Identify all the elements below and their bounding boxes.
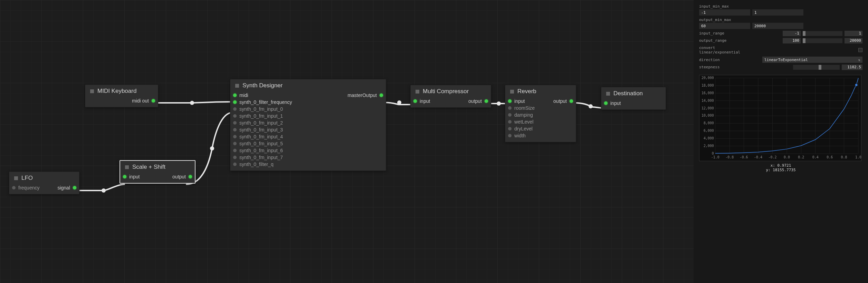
label-convert: convert linear/exponential bbox=[699, 45, 740, 55]
port-dot-icon bbox=[233, 107, 237, 111]
node-graph-canvas[interactable]: MIDI Keyboard midi out LFO frequency bbox=[0, 0, 694, 283]
port-lfo-signal[interactable]: signal bbox=[57, 185, 76, 191]
node-handle-icon bbox=[125, 165, 129, 169]
port-reverb-dryLevel[interactable]: dryLevel bbox=[509, 126, 533, 131]
output-range-lo-field[interactable] bbox=[783, 38, 801, 43]
node-reverb[interactable]: Reverb input output roomSize damping wet… bbox=[505, 85, 576, 142]
input-range-hi-field[interactable] bbox=[845, 31, 862, 36]
port-synth-synth_0_filter_frequency[interactable]: synth_0_filter_frequency bbox=[234, 99, 292, 105]
steepness-slider[interactable] bbox=[793, 65, 840, 70]
svg-text:-0.2: -0.2 bbox=[769, 155, 777, 159]
port-dot-icon bbox=[508, 106, 512, 110]
port-dot-icon bbox=[233, 149, 237, 152]
steepness-field[interactable] bbox=[842, 65, 862, 70]
node-multi-compressor[interactable]: Multi Compressor input output bbox=[410, 85, 491, 108]
port-synth-synth_0_fm_input_6[interactable]: synth_0_fm_input_6 bbox=[234, 148, 283, 153]
node-handle-icon bbox=[90, 89, 94, 93]
svg-text:20,000: 20,000 bbox=[702, 76, 714, 80]
node-destination[interactable]: Destination input bbox=[601, 87, 666, 110]
port-synth-master-output[interactable]: masterOutput bbox=[347, 92, 382, 98]
label-steepness: steepness bbox=[699, 64, 720, 70]
port-dot-icon bbox=[233, 156, 237, 159]
port-synth-synth_0_fm_input_1[interactable]: synth_0_fm_input_1 bbox=[234, 113, 283, 119]
convert-checkbox[interactable] bbox=[858, 48, 862, 52]
port-scale-output[interactable]: output bbox=[172, 174, 191, 179]
node-lfo[interactable]: LFO frequency signal bbox=[9, 172, 79, 194]
node-title: LFO bbox=[21, 175, 33, 182]
direction-select[interactable]: linearToExponential ⇅ bbox=[762, 57, 862, 63]
svg-point-50 bbox=[855, 84, 858, 86]
node-title: MIDI Keyboard bbox=[97, 88, 136, 95]
port-dot-icon bbox=[233, 128, 237, 131]
svg-text:4,000: 4,000 bbox=[704, 136, 714, 140]
port-dot-icon bbox=[12, 186, 16, 189]
port-synth-synth_0_fm_input_0[interactable]: synth_0_fm_input_0 bbox=[234, 106, 283, 112]
node-midi-keyboard[interactable]: MIDI Keyboard midi out bbox=[85, 85, 158, 107]
port-synth-synth_0_fm_input_2[interactable]: synth_0_fm_input_2 bbox=[234, 120, 283, 126]
port-reverb-roomSize[interactable]: roomSize bbox=[509, 105, 535, 111]
output-min-field[interactable] bbox=[699, 23, 750, 29]
input-min-field[interactable] bbox=[699, 9, 750, 16]
svg-text:0.8: 0.8 bbox=[841, 155, 847, 159]
port-dot-icon bbox=[508, 127, 512, 130]
port-dot-icon bbox=[570, 99, 573, 103]
node-title: Synth Designer bbox=[242, 82, 283, 89]
svg-text:-1.0: -1.0 bbox=[711, 155, 719, 159]
svg-text:2,000: 2,000 bbox=[704, 144, 714, 148]
svg-text:12,000: 12,000 bbox=[702, 106, 714, 110]
port-dot-icon bbox=[233, 135, 237, 138]
node-title: Destination bbox=[613, 90, 643, 97]
port-reverb-output[interactable]: output bbox=[553, 98, 572, 104]
svg-text:10,000: 10,000 bbox=[702, 114, 714, 117]
input-range-slider[interactable] bbox=[803, 31, 842, 36]
svg-text:0.6: 0.6 bbox=[827, 155, 833, 159]
node-title: Multi Compressor bbox=[423, 88, 469, 95]
port-comp-output[interactable]: output bbox=[468, 98, 487, 104]
port-dot-icon bbox=[233, 94, 237, 97]
input-max-field[interactable] bbox=[752, 9, 803, 16]
node-title: Scale + Shift bbox=[132, 164, 165, 170]
node-handle-icon bbox=[510, 90, 514, 94]
port-dot-icon bbox=[485, 99, 488, 103]
port-dot-icon bbox=[233, 100, 237, 104]
output-max-field[interactable] bbox=[752, 23, 803, 29]
port-scale-input[interactable]: input bbox=[124, 174, 140, 179]
label-output-min-max: output_min_max bbox=[699, 17, 862, 23]
port-reverb-input[interactable]: input bbox=[509, 98, 525, 104]
svg-text:0.4: 0.4 bbox=[812, 155, 819, 159]
svg-point-1 bbox=[102, 188, 106, 193]
label-direction: direction bbox=[699, 57, 720, 63]
svg-text:-0.8: -0.8 bbox=[725, 155, 734, 159]
input-range-lo-field[interactable] bbox=[783, 31, 801, 36]
port-dot-icon bbox=[233, 163, 237, 166]
port-dot-icon bbox=[233, 114, 237, 118]
port-lfo-frequency[interactable]: frequency bbox=[13, 185, 39, 191]
port-dot-icon bbox=[189, 175, 192, 178]
port-synth-midi[interactable]: midi bbox=[234, 92, 248, 98]
port-reverb-wetLevel[interactable]: wetLevel bbox=[509, 119, 533, 125]
port-synth-synth_0_filter_q[interactable]: synth_0_filter_q bbox=[234, 162, 274, 167]
port-synth-synth_0_fm_input_4[interactable]: synth_0_fm_input_4 bbox=[234, 134, 283, 139]
port-dot-icon bbox=[233, 121, 237, 125]
svg-text:16,000: 16,000 bbox=[702, 91, 714, 95]
node-title: Reverb bbox=[517, 88, 536, 95]
port-dest-input[interactable]: input bbox=[605, 100, 621, 106]
svg-point-0 bbox=[190, 101, 194, 105]
port-reverb-width[interactable]: width bbox=[509, 133, 526, 138]
port-synth-synth_0_fm_input_3[interactable]: synth_0_fm_input_3 bbox=[234, 127, 283, 133]
port-synth-synth_0_fm_input_7[interactable]: synth_0_fm_input_7 bbox=[234, 155, 283, 160]
port-reverb-damping[interactable]: damping bbox=[509, 112, 533, 118]
port-midi-out[interactable]: midi out bbox=[132, 98, 154, 104]
port-comp-input[interactable]: input bbox=[414, 98, 430, 104]
node-synth-designer[interactable]: Synth Designer midi masterOutput synth_0… bbox=[230, 79, 386, 171]
label-input-range: input_range bbox=[699, 30, 724, 36]
svg-text:14,000: 14,000 bbox=[702, 99, 714, 103]
port-dot-icon bbox=[413, 99, 417, 103]
response-chart[interactable]: 02,0004,0006,0008,00010,00012,00014,0001… bbox=[699, 75, 861, 161]
output-range-slider[interactable] bbox=[803, 38, 842, 43]
svg-text:0.2: 0.2 bbox=[798, 155, 804, 159]
port-synth-synth_0_fm_input_5[interactable]: synth_0_fm_input_5 bbox=[234, 141, 283, 146]
port-dot-icon bbox=[604, 101, 608, 105]
node-scale-shift[interactable]: Scale + Shift input output bbox=[120, 160, 195, 184]
output-range-hi-field[interactable] bbox=[845, 38, 862, 43]
